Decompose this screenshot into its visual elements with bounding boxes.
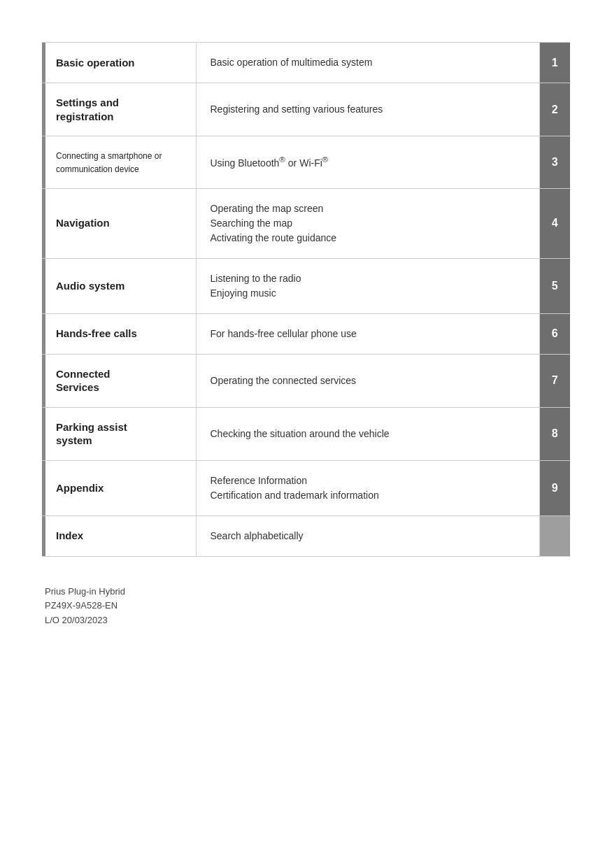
chapter-label-audio-system: Audio system [56, 280, 124, 292]
chapter-number-settings-registration: 2 [539, 83, 570, 136]
desc-text-hands-free-calls: For hands-free cellular phone use [211, 328, 357, 339]
chapter-label-appendix: Appendix [56, 482, 104, 494]
chapter-label-index: Index [56, 529, 83, 541]
footer-info: Prius Plug-in Hybrid PZ49X-9A528-EN L/O … [45, 585, 570, 628]
chapter-title-index: Index [42, 515, 196, 556]
chapter-number-connected-services: 7 [539, 354, 570, 407]
desc-text-navigation: Operating the map screenSearching the ma… [211, 203, 337, 243]
chapter-desc-basic-operation: Basic operation of multimedia system [196, 43, 539, 83]
chapter-desc-parking-assist: Checking the situation around the vehicl… [196, 407, 539, 460]
chapter-desc-hands-free-calls: For hands-free cellular phone use [196, 313, 539, 354]
chapter-title-audio-system: Audio system [42, 258, 196, 313]
chapter-title-hands-free-calls: Hands-free calls [42, 313, 196, 354]
toc-row-hands-free-calls: Hands-free callsFor hands-free cellular … [42, 313, 570, 354]
chapter-label-settings-registration: Settings andregistration [56, 97, 119, 122]
footer-line2: PZ49X-9A528-EN [45, 599, 570, 613]
desc-text-index: Search alphabetically [211, 530, 304, 541]
toc-row-parking-assist: Parking assistsystemChecking the situati… [42, 407, 570, 460]
desc-text-connecting-smartphone: Using Bluetooth® or Wi-Fi® [211, 157, 329, 169]
toc-table: Basic operationBasic operation of multim… [42, 42, 570, 557]
chapter-desc-audio-system: Listening to the radioEnjoying music [196, 258, 539, 313]
toc-row-navigation: NavigationOperating the map screenSearch… [42, 188, 570, 258]
chapter-title-parking-assist: Parking assistsystem [42, 407, 196, 460]
chapter-number-parking-assist: 8 [539, 407, 570, 460]
toc-row-appendix: AppendixReference InformationCertificati… [42, 460, 570, 515]
chapter-desc-appendix: Reference InformationCertification and t… [196, 460, 539, 515]
chapter-number-appendix: 9 [539, 460, 570, 515]
desc-text-connected-services: Operating the connected services [211, 375, 357, 386]
chapter-number-navigation: 4 [539, 188, 570, 258]
toc-row-basic-operation: Basic operationBasic operation of multim… [42, 43, 570, 83]
chapter-number-hands-free-calls: 6 [539, 313, 570, 354]
chapter-desc-navigation: Operating the map screenSearching the ma… [196, 188, 539, 258]
chapter-label-parking-assist: Parking assistsystem [56, 421, 127, 447]
toc-row-index: IndexSearch alphabetically [42, 515, 570, 556]
chapter-title-navigation: Navigation [42, 188, 196, 258]
toc-row-settings-registration: Settings andregistrationRegistering and … [42, 83, 570, 136]
desc-text-audio-system: Listening to the radioEnjoying music [211, 273, 301, 299]
chapter-title-basic-operation: Basic operation [42, 43, 196, 83]
toc-row-audio-system: Audio systemListening to the radioEnjoyi… [42, 258, 570, 313]
chapter-number-basic-operation: 1 [539, 43, 570, 83]
chapter-number-index [539, 515, 570, 556]
chapter-label-connected-services: ConnectedServices [56, 368, 111, 394]
chapter-label-connecting-smartphone: Connecting a smartphone or communication… [56, 151, 162, 174]
chapter-label-navigation: Navigation [56, 217, 110, 229]
desc-text-appendix: Reference InformationCertification and t… [211, 475, 379, 501]
desc-text-basic-operation: Basic operation of multimedia system [211, 57, 373, 68]
chapter-number-audio-system: 5 [539, 258, 570, 313]
chapter-desc-settings-registration: Registering and setting various features [196, 83, 539, 136]
desc-text-parking-assist: Checking the situation around the vehicl… [211, 428, 390, 439]
chapter-label-basic-operation: Basic operation [56, 57, 135, 69]
desc-text-settings-registration: Registering and setting various features [211, 104, 383, 115]
footer-line3: L/O 20/03/2023 [45, 613, 570, 628]
chapter-desc-connecting-smartphone: Using Bluetooth® or Wi-Fi® [196, 136, 539, 189]
chapter-title-settings-registration: Settings andregistration [42, 83, 196, 136]
toc-row-connecting-smartphone: Connecting a smartphone or communication… [42, 136, 570, 189]
chapter-number-connecting-smartphone: 3 [539, 136, 570, 189]
chapter-title-connecting-smartphone: Connecting a smartphone or communication… [42, 136, 196, 189]
chapter-title-appendix: Appendix [42, 460, 196, 515]
chapter-title-connected-services: ConnectedServices [42, 354, 196, 407]
chapter-label-hands-free-calls: Hands-free calls [56, 327, 137, 339]
chapter-desc-index: Search alphabetically [196, 515, 539, 556]
footer-line1: Prius Plug-in Hybrid [45, 585, 570, 599]
toc-row-connected-services: ConnectedServicesOperating the connected… [42, 354, 570, 407]
chapter-desc-connected-services: Operating the connected services [196, 354, 539, 407]
